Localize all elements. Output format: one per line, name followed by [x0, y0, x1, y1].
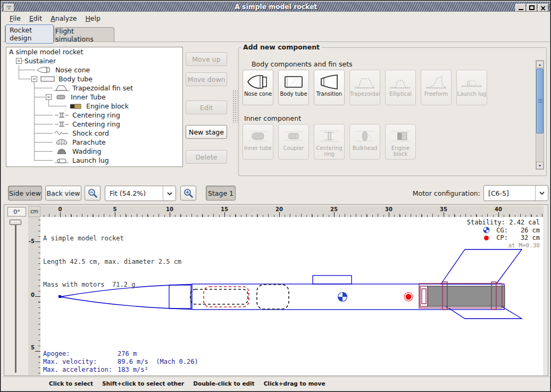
- menu-file[interactable]: File: [5, 13, 25, 23]
- rotation-angle-value: 0°: [7, 207, 26, 216]
- add-trapezoidal-fin-button[interactable]: Trapezoidal: [349, 70, 380, 105]
- add-coupler-button[interactable]: Coupler: [278, 124, 309, 160]
- menu-analyze[interactable]: Analyze: [46, 13, 81, 23]
- tree-item-centering-ring-2[interactable]: Centering ring: [54, 120, 120, 128]
- zoom-in-button[interactable]: [180, 186, 196, 201]
- hint-click-drag: Click+drag to move: [264, 380, 325, 387]
- launch-lug-icon: [54, 157, 70, 164]
- cp-value: 32 cm: [510, 234, 540, 242]
- add-launch-lug-button[interactable]: Launch lug: [456, 70, 487, 105]
- wadding-outline: [257, 285, 289, 309]
- motor-configuration-label: Motor configuration:: [400, 189, 480, 197]
- rotation-slider[interactable]: [15, 221, 16, 373]
- panel-splitter-handle[interactable]: [232, 90, 238, 123]
- tree-item-sustainer[interactable]: Sustainer: [16, 56, 56, 65]
- scroll-down-icon: ▾: [539, 163, 541, 168]
- motor-configuration-select[interactable]: [C6-5]: [483, 185, 548, 201]
- add-transition-button[interactable]: Transition: [314, 70, 345, 105]
- window-menu-button[interactable]: ▽: [4, 4, 14, 12]
- collapse-icon[interactable]: [16, 58, 22, 64]
- trapezoidal-fin-icon: [353, 72, 377, 91]
- ruler-tick-label: 20: [273, 206, 286, 212]
- add-nose-cone-button[interactable]: Nose cone: [243, 70, 273, 105]
- tree-item-body-tube[interactable]: Body tube: [31, 74, 93, 83]
- trapezoidal-fin-icon: [54, 85, 70, 91]
- shock-cord-icon: [54, 130, 70, 137]
- add-freeform-fin-button[interactable]: Freeform: [421, 70, 452, 105]
- tree-item-nose-cone[interactable]: Nose cone: [37, 65, 90, 74]
- scroll-up-button[interactable]: ▴: [536, 61, 544, 68]
- centering-ring-icon: [318, 127, 341, 146]
- ruler-tick-label: 25: [328, 206, 340, 212]
- menu-help[interactable]: Help: [81, 13, 105, 23]
- velocity-value: 89.6 m/s (Mach 0.26): [118, 358, 198, 366]
- tree-item-inner-tube[interactable]: Inner Tube: [46, 93, 106, 101]
- tree-item-rocket-root[interactable]: A simple model rocket: [9, 47, 83, 56]
- rotation-slider-handle[interactable]: [10, 220, 21, 225]
- tree-item-launch-lug[interactable]: Launch lug: [54, 156, 109, 164]
- stability-info: Stability: 2.42 cal CG: 26 cm CP: 32 cm …: [467, 219, 540, 249]
- magnifier-minus-icon: [87, 188, 98, 198]
- motor-casing: [428, 286, 505, 306]
- magnifier-plus-icon: [183, 188, 194, 198]
- chevron-down-icon: [539, 191, 545, 195]
- delete-button[interactable]: Delete: [186, 150, 227, 164]
- collapse-icon[interactable]: [46, 94, 52, 100]
- tree-item-parachute[interactable]: Parachute: [54, 138, 106, 146]
- close-icon: ×: [540, 4, 546, 12]
- scrollbar-thumb[interactable]: [536, 69, 544, 134]
- edit-button[interactable]: Edit: [186, 101, 227, 114]
- add-bulkhead-button[interactable]: Bulkhead: [349, 124, 380, 160]
- title-bar[interactable]: ▽ A simple model rocket ×: [2, 2, 550, 12]
- cg-icon: [483, 227, 490, 233]
- add-inner-tube-button[interactable]: Inner tube: [243, 124, 273, 160]
- body-components-label: Body components and fin sets: [252, 60, 353, 68]
- zoom-out-button[interactable]: [85, 186, 101, 201]
- tree-item-engine-block[interactable]: Engine block: [68, 102, 129, 110]
- parachute-icon: [54, 139, 70, 146]
- hint-double-click: Double-click to edit: [193, 380, 254, 387]
- menu-edit[interactable]: Edit: [25, 13, 46, 23]
- side-view-button[interactable]: Side view: [8, 186, 42, 201]
- cg-marker: [338, 293, 347, 302]
- move-down-button[interactable]: Move down: [186, 72, 227, 86]
- cp-icon: [483, 235, 490, 241]
- nose-cone-icon: [37, 66, 53, 73]
- tab-flight-simulations[interactable]: Flight simulations: [55, 27, 114, 42]
- centering-ring-icon: [54, 121, 70, 128]
- ruler-tick-label: 5: [25, 345, 35, 351]
- zoom-level-select[interactable]: Fit (54.2%): [105, 186, 176, 201]
- openrocket-window: ▽ A simple model rocket × File Edit Anal…: [0, 0, 551, 392]
- tab-rocket-design[interactable]: Rocket design: [5, 25, 54, 42]
- ruler-tick-label: 35: [437, 206, 450, 212]
- add-component-title: Add new component: [241, 43, 322, 51]
- window-title: A simple model rocket: [2, 3, 550, 11]
- stage-1-toggle[interactable]: Stage 1: [206, 186, 236, 201]
- engine-block-icon: [68, 103, 84, 110]
- tree-item-centering-ring-1[interactable]: Centering ring: [54, 111, 120, 119]
- close-button[interactable]: ×: [538, 4, 548, 12]
- new-stage-button[interactable]: New stage: [186, 125, 227, 139]
- body-tube-icon: [40, 76, 56, 82]
- menu-bar: File Edit Analyze Help: [2, 12, 550, 24]
- back-view-button[interactable]: Back view: [45, 186, 81, 201]
- add-engine-block-button[interactable]: Engine block: [385, 124, 416, 160]
- body-tube-icon: [282, 72, 305, 91]
- add-body-tube-button[interactable]: Body tube: [278, 70, 309, 105]
- add-centering-ring-button[interactable]: Centering ring: [314, 124, 345, 160]
- scroll-down-button[interactable]: ▾: [536, 162, 544, 169]
- hint-click-select: Click to select: [49, 380, 93, 387]
- inner-tube-icon: [246, 127, 270, 146]
- component-panel-scrollbar[interactable]: ▴ ▾: [536, 60, 544, 170]
- tree-item-shock-cord[interactable]: Shock cord: [54, 129, 109, 137]
- maximize-button[interactable]: [527, 4, 537, 12]
- tree-item-wadding[interactable]: Wadding: [54, 147, 101, 155]
- minimize-button[interactable]: [515, 4, 526, 12]
- collapse-icon[interactable]: [31, 76, 37, 82]
- tree-item-fin-set[interactable]: Trapezoidal fin set: [54, 84, 133, 92]
- engine-block-icon: [389, 127, 412, 146]
- cg-value: 26 cm: [510, 227, 540, 235]
- wadding-icon: [54, 148, 70, 155]
- move-up-button[interactable]: Move up: [186, 52, 227, 66]
- add-elliptical-fin-button[interactable]: Elliptical: [385, 70, 416, 105]
